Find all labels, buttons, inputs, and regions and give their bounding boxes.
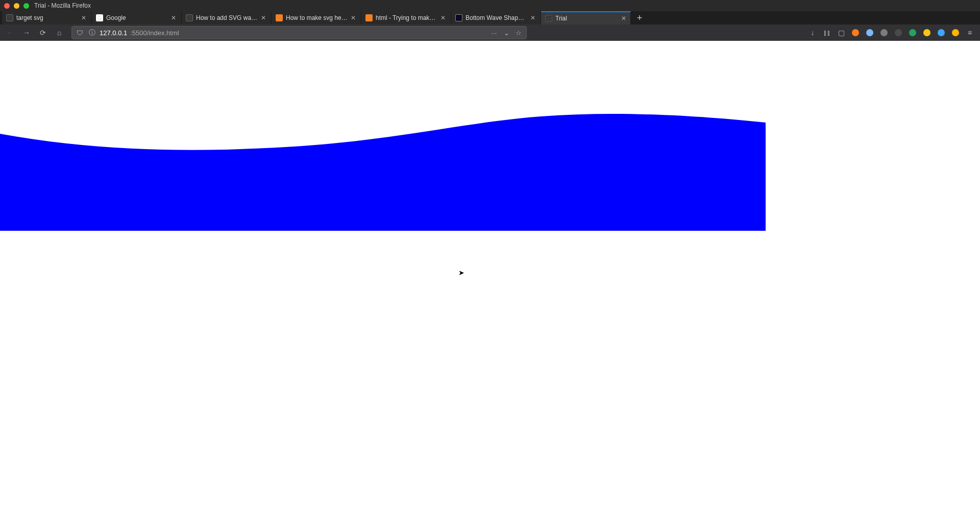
extension-button[interactable]: [892, 27, 904, 39]
extension-button[interactable]: [921, 27, 933, 39]
extension-button[interactable]: [935, 27, 947, 39]
url-host: 127.0.0.1: [100, 29, 127, 37]
nav-toolbar: ← → ⟳ ⌂ 🛡 ⓘ 127.0.0.1:5500/index.html ··…: [0, 25, 980, 41]
window-controls: [4, 3, 29, 9]
downloads-button[interactable]: ↓: [806, 27, 819, 39]
reload-button[interactable]: ⟳: [36, 26, 50, 39]
tab-label: Trial: [555, 15, 626, 22]
window-title: Trial - Mozilla Firefox: [34, 2, 91, 9]
extension-button[interactable]: [949, 27, 962, 39]
back-button[interactable]: ←: [3, 26, 17, 39]
library-button[interactable]: ⫿⫿: [821, 27, 833, 39]
close-icon[interactable]: ✕: [529, 14, 536, 21]
wave-path: [0, 114, 766, 231]
favicon-icon: [186, 14, 193, 21]
close-icon[interactable]: ✕: [620, 15, 627, 22]
url-bar[interactable]: 🛡 ⓘ 127.0.0.1:5500/index.html ··· ⌄ ☆: [71, 26, 527, 39]
favicon-icon: G: [96, 14, 103, 21]
tab-label: How to make svg height sa: [286, 14, 348, 21]
tab-target-svg[interactable]: target svg ✕: [2, 11, 92, 25]
page-viewport: ➤: [0, 41, 980, 531]
favicon-icon: [276, 14, 283, 21]
new-tab-button[interactable]: +: [633, 11, 646, 25]
tab-tryingsvg[interactable]: html - Trying to make SVG ✕: [361, 11, 451, 25]
extension-button[interactable]: [906, 27, 919, 39]
extension-button[interactable]: [878, 27, 890, 39]
extension-icon: [938, 29, 945, 36]
tab-bottomwave[interactable]: Bottom Wave Shape Effect ✕: [451, 11, 541, 25]
favicon-icon: [455, 14, 462, 21]
close-icon[interactable]: ✕: [170, 14, 177, 21]
close-icon[interactable]: ✕: [260, 14, 267, 21]
site-info-icon[interactable]: ⓘ: [87, 28, 96, 37]
extension-icon: [952, 29, 959, 36]
tab-label: How to add SVG waves to y: [196, 14, 258, 21]
extension-button[interactable]: [864, 27, 876, 39]
window-maximize-button[interactable]: [23, 3, 29, 9]
tab-trial[interactable]: Trial ✕: [541, 11, 631, 25]
wave-svg: [0, 41, 766, 429]
toolbar-right: ↓ ⫿⫿ ▢ ≡: [806, 27, 976, 39]
forward-button[interactable]: →: [19, 26, 34, 39]
vertical-scrollbar[interactable]: [973, 82, 980, 531]
tab-google[interactable]: G Google ✕: [92, 11, 182, 25]
bookmark-star-icon[interactable]: ☆: [514, 29, 523, 37]
home-button[interactable]: ⌂: [52, 26, 66, 39]
extension-icon: [852, 29, 859, 36]
extension-icon: [866, 29, 873, 36]
tab-label: target svg: [16, 14, 78, 21]
favicon-icon: [6, 14, 13, 21]
window-minimize-button[interactable]: [14, 3, 19, 9]
window-close-button[interactable]: [4, 3, 10, 9]
sidebar-button[interactable]: ▢: [835, 27, 847, 39]
favicon-icon: [545, 15, 552, 22]
extension-icon: [909, 29, 916, 36]
extension-icon: [880, 29, 888, 36]
favicon-icon: [365, 14, 373, 21]
page-actions-icon[interactable]: ···: [489, 29, 499, 37]
url-rest: :5500/index.html: [130, 29, 179, 37]
window-titlebar: Trial - Mozilla Firefox: [0, 0, 980, 11]
extension-button[interactable]: [849, 27, 862, 39]
tab-addwaves[interactable]: How to add SVG waves to y ✕: [182, 11, 272, 25]
tab-label: Bottom Wave Shape Effect: [465, 14, 527, 21]
extension-icon: [895, 29, 902, 36]
hamburger-menu-button[interactable]: ≡: [964, 27, 976, 39]
tab-label: html - Trying to make SVG: [376, 14, 437, 21]
shield-icon[interactable]: 🛡: [75, 29, 84, 37]
tab-svgheight[interactable]: How to make svg height sa ✕: [272, 11, 361, 25]
close-icon[interactable]: ✕: [350, 14, 357, 21]
tab-label: Google: [106, 14, 168, 21]
extension-icon: [923, 29, 930, 36]
close-icon[interactable]: ✕: [80, 14, 87, 21]
close-icon[interactable]: ✕: [439, 14, 447, 21]
tab-strip: target svg ✕ G Google ✕ How to add SVG w…: [0, 11, 980, 25]
pocket-icon[interactable]: ⌄: [502, 29, 511, 37]
